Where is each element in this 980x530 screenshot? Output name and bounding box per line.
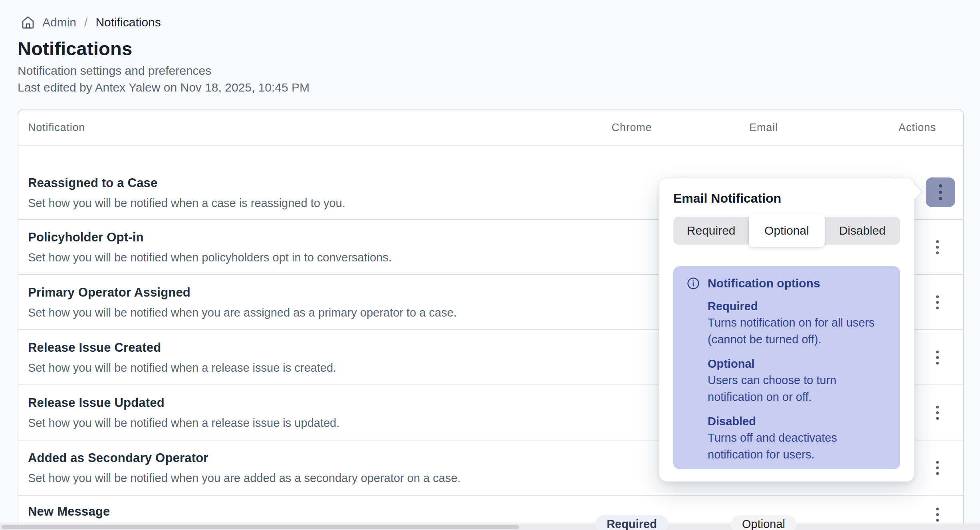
row-actions-menu-button[interactable] [932,236,943,258]
infobox-section-optional: Optional Users can choose to turn notifi… [708,356,887,405]
infobox-section-title: Disabled [708,413,887,429]
segment-optional[interactable]: Optional [749,214,824,247]
column-header-notification: Notification [18,122,572,134]
scrollbar-thumb[interactable] [2,525,519,529]
infobox-section-description: Turns off and deactivates notification f… [708,429,888,463]
page-title: Notifications [18,38,132,60]
row-text-cell: Release Issue Updated Set how you will b… [18,385,572,440]
row-title: Added as Secondary Operator [28,449,560,467]
email-setting-segmented-control: Required Optional Disabled [673,217,900,245]
infobox-section-title: Required [708,298,887,314]
kebab-dot [939,197,942,200]
breadcrumb-separator: / [84,16,87,29]
infobox-section-description: Users can choose to turn notification on… [708,372,888,405]
horizontal-scrollbar[interactable] [0,524,980,530]
row-actions-menu-button[interactable] [932,291,943,313]
row-text-cell: Reassigned to a Case Set how you will be… [18,146,572,219]
breadcrumb: Admin / Notifications [20,14,161,30]
kebab-dot [936,362,939,365]
row-actions-menu-button[interactable] [932,457,943,479]
row-text-cell: Primary Operator Assigned Set how you wi… [18,275,572,329]
row-description: Set how you will be notified when policy… [28,249,560,265]
table-header-row: Notification Chrome Email Actions [18,110,963,146]
row-title: Release Issue Updated [28,394,560,412]
row-title: Reassigned to a Case [28,174,560,192]
row-text-cell: Release Issue Created Set how you will b… [18,330,572,385]
row-text-cell: Policyholder Opt-in Set how you will be … [18,220,572,274]
row-title: New Message [28,503,560,520]
info-icon [687,277,700,290]
email-notification-popover: Email Notification Required Optional Dis… [659,178,915,482]
row-description: Set how you will be notified when a rele… [28,360,560,376]
infobox-heading: Notification options [708,277,820,290]
infobox-section-title: Optional [708,356,887,372]
row-text-cell: Added as Secondary Operator Set how you … [18,440,572,495]
kebab-dot [936,411,939,414]
kebab-dot [936,513,939,516]
row-actions-menu-button[interactable] [932,402,943,424]
segment-disabled[interactable]: Disabled [825,217,900,245]
infobox-header: Notification options [687,277,887,290]
row-actions-menu-button[interactable] [932,347,943,369]
row-description: Set how you will be notified when a rele… [28,415,560,431]
kebab-dot [936,508,939,510]
row-title: Policyholder Opt-in [28,229,560,246]
infobox-section-required: Required Turns notification on for all u… [708,298,887,348]
kebab-dot [939,191,942,194]
kebab-dot [936,246,939,249]
kebab-dot [936,240,939,243]
row-description: Set how you will be notified when you ar… [28,470,560,486]
last-edited-text: Last edited by Antex Yalew on Nov 18, 20… [18,81,309,94]
kebab-dot [936,519,939,522]
kebab-dot [936,466,939,469]
breadcrumb-item-admin[interactable]: Admin [42,16,76,29]
kebab-dot [939,184,942,187]
page-subtitle: Notification settings and preferences [18,64,211,78]
home-icon[interactable] [20,14,36,30]
kebab-dot [936,417,939,420]
kebab-dot [936,461,939,464]
kebab-dot [936,307,939,309]
infobox-section-disabled: Disabled Turns off and deactivates notif… [708,413,887,463]
infobox-section-description: Turns notification on for all users (can… [708,314,888,348]
kebab-dot [936,351,939,353]
column-header-email: Email [692,122,835,134]
kebab-dot [936,472,939,475]
row-actions-menu-button-active[interactable] [926,177,955,207]
row-actions-menu-button[interactable] [932,504,943,526]
segment-required[interactable]: Required [673,217,749,245]
notification-options-infobox: Notification options Required Turns noti… [673,266,900,469]
row-description: Set how you will be notified when you ar… [28,305,560,321]
kebab-dot [936,356,939,359]
column-header-chrome: Chrome [572,122,692,134]
kebab-dot [936,295,939,298]
email-status-badge: Optional [731,515,796,530]
kebab-dot [936,406,939,408]
row-description: Set how you will be notified when a case… [28,195,560,211]
breadcrumb-item-notifications: Notifications [95,16,161,29]
column-header-actions: Actions [835,122,963,134]
row-title: Primary Operator Assigned [28,284,560,301]
chrome-status-badge: Required [595,515,668,530]
popover-title: Email Notification [673,189,900,207]
kebab-dot [936,301,939,304]
kebab-dot [936,251,939,254]
row-title: Release Issue Created [28,339,560,357]
